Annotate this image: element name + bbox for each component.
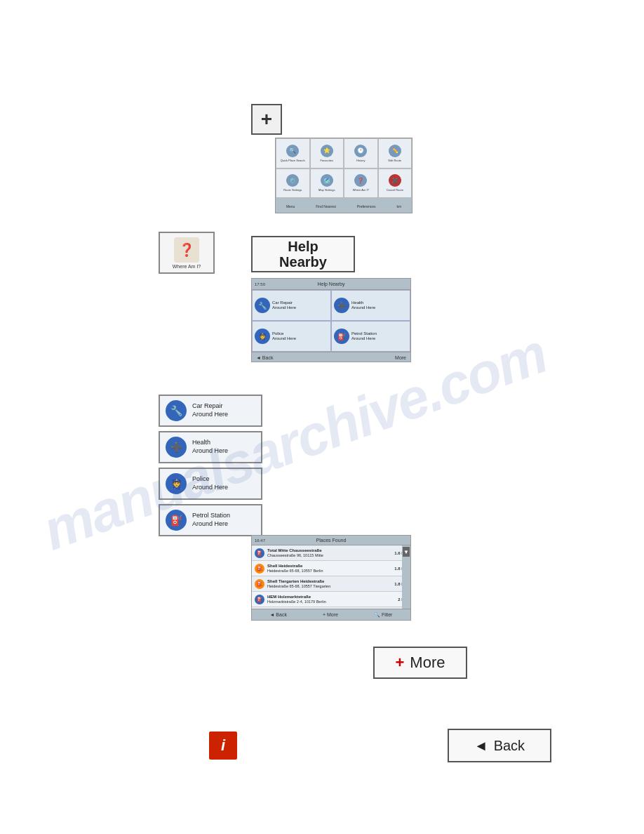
watermark: manualsarchive.com — [13, 140, 576, 746]
scroll-down-button[interactable]: ▼ — [403, 547, 410, 557]
nav-item-favourites: ⭐ Favourites — [310, 138, 344, 168]
place-info-total: Total Mitte Chausseestraße Chausseestraß… — [267, 548, 391, 558]
find-nearest-label: Find Nearest — [316, 204, 336, 208]
car-repair-svc-icon: 🔧 — [166, 400, 187, 421]
place-dot-hem: ⛽ — [255, 595, 264, 604]
where-am-i-label: Where Am I? — [173, 264, 201, 269]
place-item-shell-tiergarten[interactable]: ⛽ Shell Tiergarten Heidestraße Heidestra… — [252, 576, 410, 592]
health-label: HealthAround Here — [351, 300, 375, 310]
menu-label: Menu — [286, 204, 295, 208]
police-icon: 👮 — [255, 329, 270, 344]
help-police[interactable]: 👮 PoliceAround Here — [252, 321, 331, 352]
screen-time: 17:50 — [255, 282, 265, 286]
car-repair-button[interactable]: 🔧 Car RepairAround Here — [159, 395, 262, 427]
back-arrow-icon: ◄ — [474, 738, 488, 754]
police-label: PoliceAround Here — [272, 331, 296, 341]
health-icon: ➕ — [334, 298, 349, 313]
more-button[interactable]: + More — [373, 647, 467, 679]
health-svc-icon: ➕ — [166, 437, 187, 458]
car-repair-svc-label: Car RepairAround Here — [192, 402, 228, 418]
place-dot-shell-tiergarten: ⛽ — [255, 579, 264, 589]
screen-back-label: ◄ Back — [256, 355, 273, 360]
scrollbar[interactable]: ▼ — [402, 545, 410, 609]
nav-menu-grid: 🔍 Quick Place Search ⭐ Favourites 🕐 Hist… — [276, 138, 412, 198]
help-nearby-screen-title: Help Nearby — [318, 282, 345, 286]
edit-route-icon: ✏️ — [389, 145, 401, 157]
nav-item-cancel-route: ✖️ Cancel Route — [378, 168, 412, 199]
petrol-label: Petrol StationAround Here — [351, 331, 377, 341]
plus-icon: + — [261, 108, 272, 131]
km-label: km — [396, 204, 401, 208]
police-svc-icon: 👮 — [166, 473, 187, 494]
pf-back-label[interactable]: ◄ Back — [270, 612, 287, 617]
places-found-list: ⛽ Total Mitte Chausseestraße Chausseestr… — [252, 545, 410, 609]
help-nearby-screen: 17:50 Help Nearby 🔧 Car RepairAround Her… — [251, 278, 411, 362]
help-health[interactable]: ➕ HealthAround Here — [331, 290, 410, 321]
help-nearby-screen-footer: ◄ Back More — [252, 352, 410, 362]
place-item-total[interactable]: ⛽ Total Mitte Chausseestraße Chausseestr… — [252, 545, 410, 561]
places-found-header: 16:47 Places Found — [252, 536, 410, 545]
petrol-icon: ⛽ — [334, 329, 349, 344]
info-symbol: i — [221, 736, 225, 755]
nav-item-edit-route: ✏️ Edit Route — [378, 138, 412, 168]
where-am-i-icon: ❓ — [174, 237, 199, 263]
more-plus-icon: + — [396, 654, 405, 672]
place-item-shell-heide[interactable]: ⛽ Shell Heidestraße Heidestraße 65-68, 1… — [252, 561, 410, 576]
history-icon: 🕐 — [354, 145, 367, 157]
places-found-footer: ◄ Back + More 🔍 Filter — [252, 609, 410, 620]
help-petrol[interactable]: ⛽ Petrol StationAround Here — [331, 321, 410, 352]
nav-item-route-settings: ⚙️ Route Settings — [276, 168, 310, 199]
place-dot-shell-heide: ⛽ — [255, 564, 264, 574]
nav-item-quick-search: 🔍 Quick Place Search — [276, 138, 310, 168]
police-svc-label: PoliceAround Here — [192, 475, 228, 491]
back-label: Back — [494, 738, 525, 754]
nav-item-where-am-i: ❓ Where Am I? — [344, 168, 378, 199]
nav-menu-footer: Menu Find Nearest Preferences km — [276, 198, 412, 213]
places-found-screen: 16:47 Places Found ⛽ Total Mitte Chausse… — [251, 535, 411, 621]
car-repair-label: Car RepairAround Here — [272, 300, 296, 310]
petrol-button[interactable]: ⛽ Petrol StationAround Here — [159, 504, 262, 536]
cancel-route-icon: ✖️ — [389, 174, 401, 187]
nav-item-map-settings: 🗺️ Map Settings — [310, 168, 344, 199]
where-am-i-small-icon: ❓ — [354, 174, 367, 187]
more-label: More — [410, 654, 445, 672]
info-icon: i — [209, 732, 237, 760]
place-info-shell-heide: Shell Heidestraße Heidestraße 65-68, 105… — [267, 564, 391, 574]
nav-item-history: 🕐 History — [344, 138, 378, 168]
route-settings-icon: ⚙️ — [286, 174, 299, 187]
health-button[interactable]: ➕ HealthAround Here — [159, 431, 262, 463]
pf-filter-label[interactable]: 🔍 Filter — [374, 612, 393, 618]
pf-time: 16:47 — [255, 538, 265, 543]
petrol-svc-label: Petrol StationAround Here — [192, 512, 230, 528]
petrol-svc-icon: ⛽ — [166, 510, 187, 531]
preferences-label: Preferences — [357, 204, 376, 208]
back-button[interactable]: ◄ Back — [448, 729, 551, 762]
nav-menu-screenshot: 🔍 Quick Place Search ⭐ Favourites 🕐 Hist… — [275, 138, 412, 213]
health-svc-label: HealthAround Here — [192, 439, 228, 455]
quick-search-icon: 🔍 — [286, 145, 299, 157]
pf-more-label[interactable]: + More — [323, 612, 338, 617]
place-info-hem: HEM Holzmarktstraße Holzmarktstraße 2-4,… — [267, 595, 395, 604]
favourites-icon: ⭐ — [321, 145, 333, 157]
place-dot-total: ⛽ — [255, 548, 264, 558]
help-nearby-screen-header: 17:50 Help Nearby — [252, 279, 410, 290]
where-am-i-button[interactable]: ❓ Where Am I? — [159, 232, 215, 274]
place-info-shell-tiergarten: Shell Tiergarten Heidestraße Heidestraße… — [267, 579, 391, 589]
plus-add-button[interactable]: + — [251, 104, 282, 135]
help-car-repair[interactable]: 🔧 Car RepairAround Here — [252, 290, 331, 321]
place-item-hem[interactable]: ⛽ HEM Holzmarktstraße Holzmarktstraße 2-… — [252, 592, 410, 607]
help-nearby-title: HelpNearby — [279, 239, 327, 270]
service-buttons-group: 🔧 Car RepairAround Here ➕ HealthAround H… — [159, 395, 262, 541]
screen-more-label: More — [395, 355, 406, 360]
police-button[interactable]: 👮 PoliceAround Here — [159, 468, 262, 500]
help-nearby-grid: 🔧 Car RepairAround Here ➕ HealthAround H… — [252, 290, 410, 352]
map-settings-icon: 🗺️ — [321, 174, 333, 187]
places-found-title: Places Found — [316, 538, 347, 543]
help-nearby-button[interactable]: HelpNearby — [251, 236, 355, 272]
car-repair-icon: 🔧 — [255, 298, 270, 313]
